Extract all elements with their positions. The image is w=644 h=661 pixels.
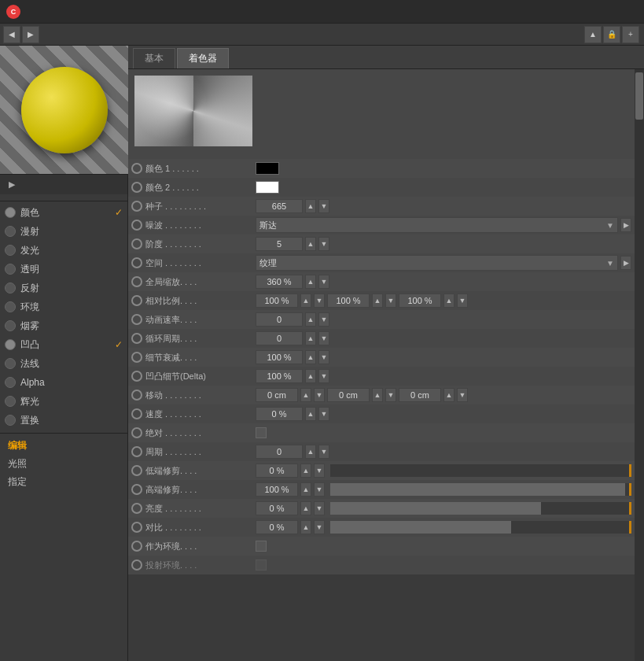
spinner-move_x-3[interactable]: ▲ [443,388,454,402]
prop-dot-relative_scale[interactable] [131,295,142,306]
input-global_scale[interactable] [256,275,303,289]
spinner-down-contrast[interactable]: ▼ [314,520,325,534]
spinner-up-global_scale[interactable]: ▲ [305,275,316,289]
up-arrow-button[interactable]: ▲ [584,26,602,43]
prop-dot-absolute[interactable] [131,427,142,438]
spinner-up-speed[interactable]: ▲ [305,407,316,421]
preview-toolbar-arrow[interactable]: ▶ [3,177,20,193]
channel-dot[interactable] [5,396,16,407]
spinner-down-period[interactable]: ▼ [318,445,329,459]
channel-dot[interactable] [5,245,16,256]
prop-dot-octaves[interactable] [131,238,142,249]
input-seed[interactable] [256,199,303,213]
input-cycle_period[interactable] [256,331,303,345]
nav-item-编辑[interactable]: 编辑 [0,437,127,455]
spinner-up-bump_delta[interactable]: ▲ [305,369,316,383]
channel-item-法线[interactable]: 法线 [0,354,127,373]
spinner-relative_scale-1[interactable]: ▲ [300,294,311,308]
color-swatch-color1[interactable] [256,162,279,175]
prop-dot-seed[interactable] [131,201,142,212]
channel-dot[interactable] [5,415,16,426]
prop-dot-move_x[interactable] [131,390,142,401]
prop-dot-color2[interactable] [131,182,142,193]
input-relative_scale-2[interactable] [327,294,370,308]
back-button[interactable]: ◀ [3,26,20,43]
channel-item-辉光[interactable]: 辉光 [0,392,127,411]
add-button[interactable]: + [622,26,639,43]
prop-dot-high_clip[interactable] [131,484,142,495]
channel-dot[interactable] [5,377,16,388]
spinner-d-move_x-1[interactable]: ▼ [314,388,325,402]
spinner-up-high_clip[interactable]: ▲ [300,482,311,497]
channel-dot[interactable] [5,207,16,218]
dropdown-extra-space[interactable]: ▶ [620,256,631,270]
prop-dot-anim_speed[interactable] [131,314,142,325]
input-move_x-1[interactable] [256,388,298,402]
spinner-up-seed[interactable]: ▲ [305,199,316,213]
tab-shader[interactable]: 着色器 [177,48,229,68]
spinner-down-speed[interactable]: ▼ [318,407,329,421]
spinner-d-move_x-3[interactable]: ▼ [457,388,468,402]
channel-dot[interactable] [5,358,16,369]
spinner-move_x-2[interactable]: ▲ [372,388,383,402]
nav-item-指定[interactable]: 指定 [0,473,127,491]
prop-dot-contrast[interactable] [131,522,142,533]
spinner-relative_scale-2[interactable]: ▲ [372,294,383,308]
prop-dot-as_env[interactable] [131,541,142,552]
channel-dot[interactable] [5,264,16,275]
prop-dot-cycle_period[interactable] [131,333,142,344]
spinner-d-relative_scale-2[interactable]: ▼ [385,294,396,308]
spinner-down-global_scale[interactable]: ▼ [318,275,329,289]
spinner-down-detail_attenuation[interactable]: ▼ [318,350,329,364]
spinner-up-octaves[interactable]: ▲ [305,237,316,251]
spinner-d-relative_scale-1[interactable]: ▼ [314,294,325,308]
spinner-up-cycle_period[interactable]: ▲ [305,331,316,345]
channel-item-发光[interactable]: 发光 [0,241,127,260]
input-move_x-2[interactable] [327,388,370,402]
spinner-down-seed[interactable]: ▼ [318,199,329,213]
prop-dot-global_scale[interactable] [131,276,142,287]
dropdown-extra-turbulence[interactable]: ▶ [620,218,631,232]
input-move_x-3[interactable] [399,388,441,402]
color-swatch-color2[interactable] [256,181,279,194]
spinner-up-low_clip[interactable]: ▲ [300,463,311,478]
channel-item-置换[interactable]: 置换 [0,411,127,430]
prop-dot-low_clip[interactable] [131,465,142,476]
input-high_clip[interactable] [256,482,298,497]
channel-dot[interactable] [5,339,16,350]
spinner-up-period[interactable]: ▲ [305,445,316,459]
channel-item-Alpha[interactable]: Alpha [0,373,127,392]
spinner-down-bump_delta[interactable]: ▼ [318,369,329,383]
spinner-d-move_x-2[interactable]: ▼ [385,388,396,402]
dropdown-turbulence[interactable]: 斯达 ▼ [256,217,618,233]
spinner-relative_scale-3[interactable]: ▲ [443,294,454,308]
channel-item-凹凸[interactable]: 凹凸 ✓ [0,335,127,354]
prop-dot-brightness[interactable] [131,503,142,514]
spinner-up-detail_attenuation[interactable]: ▲ [305,350,316,364]
tab-basic[interactable]: 基本 [133,48,175,68]
spinner-move_x-1[interactable]: ▲ [300,388,311,402]
scrollbar[interactable] [635,69,644,661]
channel-dot[interactable] [5,320,16,331]
spinner-up-brightness[interactable]: ▲ [300,501,311,515]
prop-dot-turbulence[interactable] [131,220,142,231]
forward-button[interactable]: ▶ [22,26,39,43]
prop-dot-speed[interactable] [131,408,142,419]
channel-item-颜色[interactable]: 颜色 ✓ [0,203,127,222]
dropdown-space[interactable]: 纹理 ▼ [256,255,618,271]
channel-dot[interactable] [5,226,16,237]
channel-dot[interactable] [5,301,16,312]
spinner-up-contrast[interactable]: ▲ [300,520,311,534]
channel-item-环境[interactable]: 环境 [0,297,127,316]
channel-item-透明[interactable]: 透明 [0,260,127,279]
channel-item-漫射[interactable]: 漫射 [0,222,127,241]
prop-dot-detail_attenuation[interactable] [131,352,142,363]
input-speed[interactable] [256,407,303,421]
material-preview[interactable] [0,46,128,174]
spinner-d-relative_scale-3[interactable]: ▼ [457,294,468,308]
prop-dot-color1[interactable] [131,163,142,174]
input-detail_attenuation[interactable] [256,350,303,364]
prop-dot-bump_delta[interactable] [131,371,142,382]
prop-dot-space[interactable] [131,257,142,268]
spinner-down-octaves[interactable]: ▼ [318,237,329,251]
